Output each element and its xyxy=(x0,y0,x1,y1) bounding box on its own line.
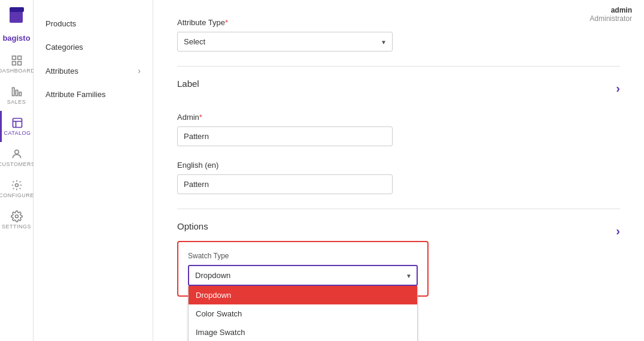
nav-sales-label: SALES xyxy=(7,99,26,105)
swatch-dropdown-wrapper: Dropdown Color Swatch Image Swatch Text … xyxy=(188,265,418,286)
svg-point-15 xyxy=(15,184,18,187)
label-section: Label › xyxy=(177,79,620,98)
svg-rect-7 xyxy=(17,62,21,65)
swatch-box: Swatch Type Dropdown Color Swatch Image … xyxy=(177,241,429,297)
svg-rect-5 xyxy=(17,56,21,60)
nav-settings[interactable]: SETTINGS xyxy=(0,204,33,236)
divider-2 xyxy=(177,209,620,209)
svg-rect-8 xyxy=(12,87,14,95)
english-label: English (en) xyxy=(177,161,620,170)
english-label-group: English (en) xyxy=(177,161,620,194)
nav-catalog[interactable]: CATALOG xyxy=(0,111,33,142)
svg-rect-9 xyxy=(16,90,17,96)
swatch-type-label: Swatch Type xyxy=(188,252,418,260)
svg-rect-6 xyxy=(12,62,16,65)
required-star-attribute-type: * xyxy=(225,18,228,27)
user-role: Administrator xyxy=(590,14,632,23)
sidebar-item-categories[interactable]: Categories xyxy=(34,35,153,59)
options-section: Options › Swatch Type Dropdown Color Swa… xyxy=(177,221,620,341)
logo[interactable] xyxy=(6,5,28,26)
nav-configure[interactable]: CONFIGURE xyxy=(0,173,33,204)
label-heading: Label xyxy=(177,79,199,89)
sidebar-item-attributes[interactable]: Attributes › xyxy=(34,59,153,83)
sidebar-products-label: Products xyxy=(45,19,76,28)
attribute-type-select-wrapper: Select Text Textarea Price Boolean Multi… xyxy=(177,32,393,52)
options-section-header: Options › xyxy=(177,221,620,241)
admin-input[interactable] xyxy=(177,126,393,146)
nav-dashboard[interactable]: DASHBOARD xyxy=(0,49,33,80)
user-name: admin xyxy=(590,6,632,14)
logo-icon xyxy=(7,6,26,25)
svg-rect-0 xyxy=(10,11,23,23)
chevron-right-icon: › xyxy=(138,66,141,76)
english-input[interactable] xyxy=(177,174,393,194)
attribute-type-label: Attribute Type* xyxy=(177,18,620,27)
nav-configure-label: CONFIGURE xyxy=(0,192,34,198)
sidebar-attribute-families-label: Attribute Families xyxy=(45,90,105,99)
icon-nav: bagisto DASHBOARD SALES CATALOG CUSTOMER… xyxy=(0,0,34,341)
options-heading: Options xyxy=(177,221,208,231)
admin-label: Admin* xyxy=(177,113,620,122)
attribute-type-select[interactable]: Select Text Textarea Price Boolean Multi… xyxy=(177,32,393,52)
required-star-admin: * xyxy=(199,113,202,122)
app-title: bagisto xyxy=(2,34,30,43)
nav-dashboard-label: DASHBOARD xyxy=(0,68,35,74)
svg-rect-10 xyxy=(19,92,21,96)
dashboard-icon xyxy=(11,55,23,67)
main-content: admin Administrator Attribute Type* Sele… xyxy=(153,0,644,341)
label-accent: › xyxy=(616,82,620,95)
sidebar: Products Categories Attributes › Attribu… xyxy=(34,0,153,341)
nav-catalog-label: CATALOG xyxy=(4,130,31,136)
configure-icon xyxy=(11,179,23,191)
nav-sales[interactable]: SALES xyxy=(0,80,33,111)
attribute-type-group: Attribute Type* Select Text Textarea Pri… xyxy=(177,18,620,52)
options-accent: › xyxy=(616,224,620,238)
swatch-option-color-item[interactable]: Color Swatch xyxy=(189,304,417,323)
sidebar-item-products[interactable]: Products xyxy=(34,12,153,35)
top-bar: admin Administrator xyxy=(578,0,644,29)
svg-point-14 xyxy=(14,150,19,154)
sales-icon xyxy=(11,86,23,98)
swatch-option-image-item[interactable]: Image Swatch xyxy=(189,323,417,341)
svg-rect-11 xyxy=(13,119,22,128)
sidebar-categories-label: Categories xyxy=(45,43,83,52)
swatch-dropdown-list: Dropdown Color Swatch Image Swatch Text … xyxy=(188,286,418,341)
nav-customers-label: CUSTOMERS xyxy=(0,161,35,167)
nav-customers[interactable]: CUSTOMERS xyxy=(0,142,33,173)
swatch-option-dropdown-item[interactable]: Dropdown xyxy=(189,286,417,304)
customers-icon xyxy=(11,148,23,160)
svg-rect-3 xyxy=(10,7,24,12)
divider-1 xyxy=(177,66,620,67)
svg-rect-4 xyxy=(12,56,16,60)
sidebar-item-attribute-families[interactable]: Attribute Families xyxy=(34,83,153,106)
nav-settings-label: SETTINGS xyxy=(2,224,31,230)
swatch-type-select[interactable]: Dropdown Color Swatch Image Swatch Text … xyxy=(188,265,418,286)
catalog-icon xyxy=(11,117,23,129)
label-section-header: Label › xyxy=(177,79,620,98)
sidebar-attributes-label: Attributes xyxy=(45,67,78,76)
settings-icon xyxy=(11,210,23,222)
admin-label-group: Admin* xyxy=(177,113,620,146)
svg-point-16 xyxy=(15,215,18,218)
